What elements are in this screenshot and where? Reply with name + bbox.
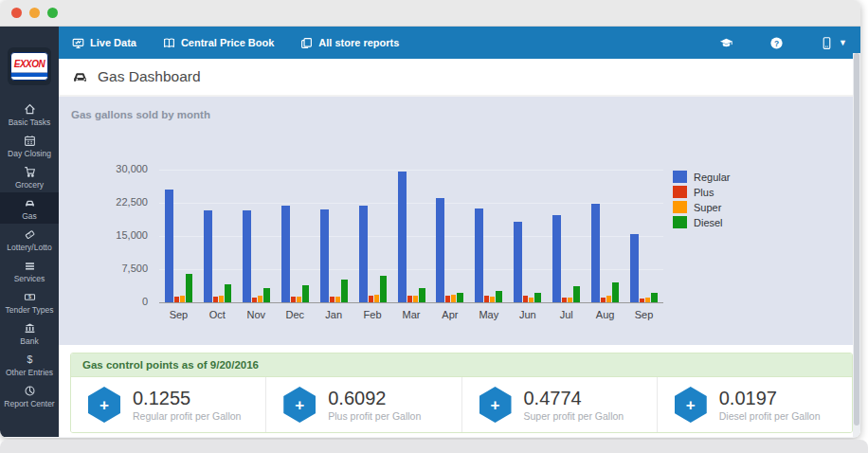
sidebar: EXXON Basic Tasks Day Closing Grocery [0, 27, 59, 437]
legend-label: Diesel [694, 217, 723, 228]
sidebar-item-tender-types[interactable]: $ Tender Types [0, 286, 59, 317]
bar-regular [475, 208, 483, 302]
bar-group [242, 170, 270, 302]
plus-hexagon-icon[interactable]: + [88, 387, 120, 423]
exxon-logo-card: EXXON [10, 52, 48, 81]
bar-diesel [573, 286, 580, 302]
zoom-button[interactable] [47, 8, 58, 18]
banknote-icon: $ [0, 290, 59, 303]
exxon-logo: EXXON [8, 47, 51, 85]
bar-super [297, 297, 301, 302]
sidebar-item-bank[interactable]: Bank [0, 317, 59, 349]
y-axis-tick-label: 30,000 [59, 163, 148, 174]
bar-regular [320, 209, 329, 302]
bar-regular [165, 190, 173, 302]
nav-item-label: Central Price Book [181, 37, 274, 48]
sidebar-item-grocery[interactable]: Grocery [0, 161, 59, 192]
bar-group [358, 170, 387, 302]
legend-label: Super [694, 202, 721, 213]
dollar-icon: $ [0, 353, 59, 366]
x-axis-tick-label: Dec [276, 309, 314, 320]
help-icon[interactable]: ? [769, 36, 784, 50]
bar-diesel [341, 280, 348, 302]
plus-hexagon-icon[interactable]: + [675, 387, 707, 423]
bar-regular [398, 172, 407, 302]
bar-plus [601, 298, 606, 302]
close-button[interactable] [11, 8, 22, 18]
bar-diesel [651, 293, 658, 302]
ticket-icon [0, 227, 59, 241]
sidebar-item-label: Day Closing [0, 149, 59, 158]
bar-regular [630, 234, 639, 302]
nav-item-label: All store reports [318, 37, 399, 48]
sidebar-item-label: Gas [0, 211, 59, 221]
x-axis-line [159, 302, 663, 303]
vertical-scrollbar[interactable] [853, 53, 860, 437]
bar-regular [281, 206, 290, 302]
card-diesel-profit: + 0.0197 Diesel profit per Gallon [657, 377, 852, 432]
card-text: 0.6092 Plus profit per Gallon [328, 388, 421, 422]
sidebar-item-lottery-lotto[interactable]: Lottery/Lotto [0, 224, 59, 255]
legend-swatch [673, 171, 687, 183]
legend-label: Regular [694, 172, 731, 183]
gas-control-points-panel: Gas control points as of 9/20/2016 + 0.1… [70, 353, 853, 433]
bar-diesel [263, 288, 270, 302]
legend-swatch [673, 186, 687, 198]
device-icon [820, 36, 834, 50]
bar-regular [359, 206, 368, 302]
nav-live-data[interactable]: Live Data [59, 27, 150, 59]
y-axis-tick-label: 7,500 [59, 263, 148, 274]
bar-regular [514, 222, 522, 302]
sidebar-item-services[interactable]: Services [0, 255, 59, 286]
app-body: EXXON Basic Tasks Day Closing Grocery [0, 27, 860, 437]
nav-central-price-book[interactable]: Central Price Book [150, 27, 287, 59]
sidebar-item-label: Other Entries [0, 368, 59, 377]
bar-plus [562, 298, 567, 302]
x-axis-tick-label: Jul [548, 309, 586, 320]
app-window: EXXON Basic Tasks Day Closing Grocery [0, 0, 860, 438]
top-navbar: Live Data Central Price Book All store r… [59, 27, 860, 59]
sidebar-item-day-closing[interactable]: Day Closing [0, 130, 59, 161]
bar-regular [591, 204, 600, 302]
sidebar-item-basic-tasks[interactable]: Basic Tasks [0, 99, 59, 130]
bar-regular [552, 215, 561, 302]
x-axis-tick-label: Sep [625, 309, 663, 320]
scrollbar-thumb[interactable] [854, 53, 859, 426]
calendar-icon [0, 134, 59, 147]
bar-plus [252, 298, 257, 302]
svg-text:?: ? [774, 38, 779, 47]
bar-group [514, 170, 542, 302]
graduation-cap-icon[interactable] [719, 36, 733, 50]
plus-hexagon-icon[interactable]: + [479, 387, 512, 423]
sidebar-item-report-center[interactable]: Report Center [0, 380, 59, 411]
svg-text:$: $ [28, 294, 31, 299]
sidebar-item-label: Grocery [0, 180, 59, 190]
nav-all-store-reports[interactable]: All store reports [287, 27, 412, 59]
desktop-edge [0, 440, 868, 453]
sidebar-item-gas[interactable]: Gas [0, 192, 59, 224]
bar-regular [436, 198, 444, 302]
bar-plus [330, 297, 335, 302]
exxon-logo-stripe [11, 72, 47, 77]
pie-chart-icon [0, 384, 59, 397]
car-icon [71, 68, 89, 86]
x-axis-tick-label: Mar [392, 309, 430, 320]
legend-item: Regular [673, 171, 731, 183]
sidebar-item-other-entries[interactable]: $ Other Entries [0, 349, 59, 380]
y-axis-tick-label: 22,500 [59, 196, 148, 208]
minimize-button[interactable] [29, 8, 40, 18]
y-axis-tick-label: 15,000 [59, 229, 148, 241]
sidebar-item-label: Report Center [0, 399, 59, 408]
plus-hexagon-icon[interactable]: + [283, 387, 316, 423]
bar-plus [369, 296, 373, 302]
device-menu[interactable]: ▼ [820, 36, 847, 50]
profit-cards-row: + 0.1255 Regular profit per Gallon + 0.6… [71, 377, 852, 432]
bar-diesel [302, 285, 309, 302]
bar-super [606, 296, 611, 302]
copy-icon [300, 37, 313, 49]
bar-group [203, 170, 231, 302]
bar-plus [523, 296, 528, 302]
bar-super [490, 297, 495, 302]
bar-group [591, 170, 620, 302]
bar-diesel [457, 293, 463, 302]
